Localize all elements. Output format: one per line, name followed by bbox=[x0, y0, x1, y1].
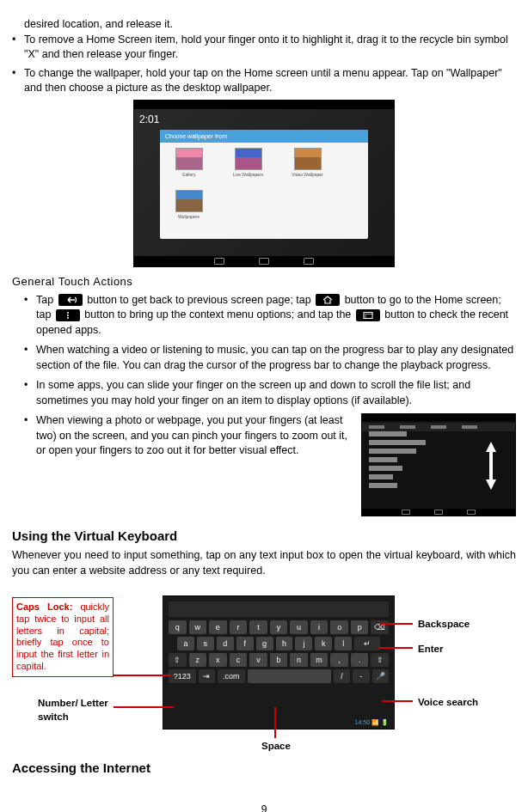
dialog-item-gallery: Gallery bbox=[165, 172, 212, 178]
intro-continuation: desired location, and release it. bbox=[12, 17, 516, 33]
svg-point-0 bbox=[67, 312, 69, 314]
virtual-keyboard-heading: Using the Virtual Keyboard bbox=[12, 527, 516, 545]
caps-lock-text: quickly tap twice to input all letters i… bbox=[16, 601, 109, 671]
general-touch-heading: General Touch Actions bbox=[12, 274, 516, 290]
text: Tap bbox=[36, 294, 57, 306]
bullet-pinch-zoom: 2:04 When viewing a photo or webpage, yo… bbox=[12, 413, 516, 520]
virtual-keyboard-para: Whenever you need to input something, ta… bbox=[12, 548, 516, 578]
general-touch-list: Tap button to get back to previous scree… bbox=[12, 293, 516, 521]
menu-icon bbox=[56, 309, 80, 321]
bullet-change-wallpaper: To change the wallpaper, hold your tap o… bbox=[12, 66, 516, 96]
svg-point-1 bbox=[67, 314, 69, 316]
keyboard-screenshot: qwertyuiop⌫ asdfghjkl↵ ⇧zxcvbnm,.⇧ ?123⇥… bbox=[163, 595, 395, 730]
dialog-item-video: Video Wallpaper bbox=[284, 172, 331, 178]
page-number: 9 bbox=[12, 803, 516, 812]
space-label: Space bbox=[261, 739, 291, 753]
wallpaper-screenshot: 2:01 Choose wallpaper from Gallery Live … bbox=[133, 100, 395, 267]
intro-bullets: To remove a Home Screen item, hold your … bbox=[12, 33, 516, 96]
bullet-scroll-list: In some apps, you can slide your finger … bbox=[12, 378, 516, 408]
dialog-title: Choose wallpaper from bbox=[160, 130, 368, 143]
bullet-nav-buttons: Tap button to get back to previous scree… bbox=[12, 293, 516, 339]
enter-label: Enter bbox=[418, 642, 443, 656]
recent-apps-icon bbox=[356, 309, 380, 321]
text: When viewing a photo or webpage, you put… bbox=[36, 414, 347, 456]
text: button to bring up the context menu opti… bbox=[84, 308, 353, 321]
kb-time: 14:50 bbox=[355, 719, 371, 725]
svg-point-2 bbox=[67, 317, 69, 319]
keyboard-diagram: Caps Lock: quickly tap twice to input al… bbox=[12, 589, 516, 752]
bullet-remove-item: To remove a Home Screen item, hold your … bbox=[12, 33, 516, 63]
back-icon bbox=[58, 294, 83, 306]
accessing-internet-heading: Accessing the Internet bbox=[12, 759, 516, 777]
dialog-item-live: Live Wallpapers bbox=[224, 172, 272, 178]
backspace-label: Backspace bbox=[418, 617, 470, 631]
caps-lock-callout: Caps Lock: quickly tap twice to input al… bbox=[12, 597, 114, 677]
home-icon bbox=[316, 294, 340, 306]
dialog-item-wallpapers: Wallpapers bbox=[165, 214, 212, 220]
text: button to get back to previous screen pa… bbox=[87, 294, 314, 306]
screenshot-clock: 2:01 bbox=[139, 113, 159, 127]
scroll-screenshot: 2:04 bbox=[361, 413, 516, 516]
voice-label: Voice search bbox=[418, 695, 478, 709]
wallpaper-dialog: Choose wallpaper from Gallery Live Wallp… bbox=[160, 130, 368, 239]
caps-lock-label: Caps Lock: bbox=[16, 601, 72, 612]
number-letter-label: Number/ Letter switch bbox=[38, 696, 115, 723]
bullet-progress-bar: When watching a video or listening to mu… bbox=[12, 343, 516, 373]
